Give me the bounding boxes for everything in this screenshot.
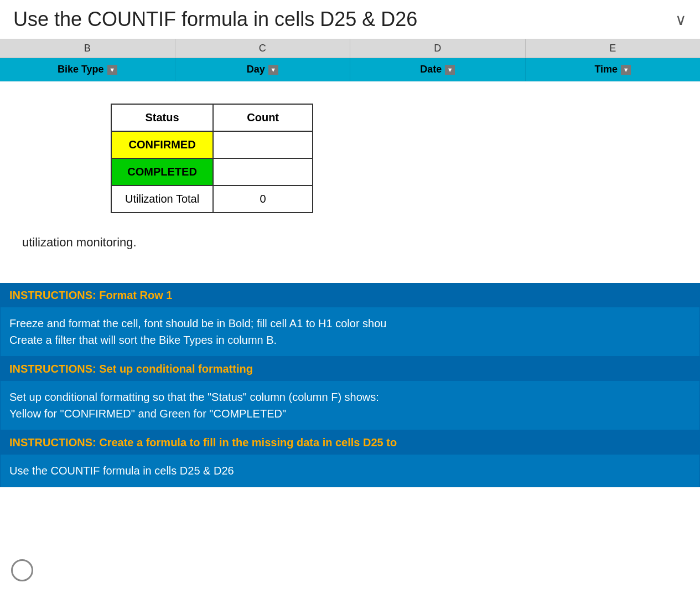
filter-cell-day: Day ▼ <box>175 58 351 81</box>
instruction-title-1: INSTRUCTIONS: Format Row 1 <box>1 283 699 307</box>
spreadsheet-col-headers: B C D E <box>0 39 700 58</box>
instruction-block-1: INSTRUCTIONS: Format Row 1 Freeze and fo… <box>0 283 700 357</box>
col-header-count: Count <box>213 104 313 131</box>
instruction-body-1: Freeze and format the cell, font should … <box>1 307 699 356</box>
instruction-body-3: Use the COUNTIF formula in cells D25 & D… <box>1 455 699 487</box>
filter-label-time: Time <box>594 64 618 75</box>
status-completed-cell: COMPLETED <box>111 158 213 185</box>
monitoring-text: utilization monitoring. <box>22 235 678 250</box>
dropdown-arrow-date[interactable]: ▼ <box>445 65 455 75</box>
page-title: Use the COUNTIF formula in cells D25 & D… <box>13 8 417 31</box>
utilization-count-cell: 0 <box>213 185 313 213</box>
col-header-e: E <box>526 39 701 58</box>
filter-cell-time: Time ▼ <box>526 58 701 81</box>
instruction-body-2: Set up conditional formatting so that th… <box>1 381 699 430</box>
count-confirmed-cell <box>213 131 313 158</box>
instruction-block-3: INSTRUCTIONS: Create a formula to fill i… <box>0 430 700 487</box>
status-confirmed-cell: CONFIRMED <box>111 131 213 158</box>
filter-cell-biketype: Bike Type ▼ <box>0 58 175 81</box>
col-header-b: B <box>0 39 175 58</box>
filter-label-date: Date <box>420 64 442 75</box>
dropdown-arrow-day[interactable]: ▼ <box>268 65 278 75</box>
filter-label-day: Day <box>247 64 265 75</box>
filter-label-biketype: Bike Type <box>58 64 104 75</box>
chevron-down-icon[interactable]: ∨ <box>675 11 687 29</box>
top-header: Use the COUNTIF formula in cells D25 & D… <box>0 0 700 39</box>
dropdown-arrow-time[interactable]: ▼ <box>621 65 631 75</box>
table-row-utilization: Utilization Total 0 <box>111 185 313 213</box>
dropdown-arrow-biketype[interactable]: ▼ <box>107 65 117 75</box>
col-header-c: C <box>175 39 351 58</box>
instruction-title-3: INSTRUCTIONS: Create a formula to fill i… <box>1 431 699 455</box>
summary-table: Status Count CONFIRMED COMPLETED Utiliza… <box>111 104 313 213</box>
count-completed-cell <box>213 158 313 185</box>
filter-row: Bike Type ▼ Day ▼ Date ▼ Time ▼ <box>0 58 700 81</box>
instruction-block-2: INSTRUCTIONS: Set up conditional formatt… <box>0 357 700 430</box>
utilization-label-cell: Utilization Total <box>111 185 213 213</box>
table-row-confirmed: CONFIRMED <box>111 131 313 158</box>
instruction-title-2: INSTRUCTIONS: Set up conditional formatt… <box>1 357 699 381</box>
instructions-section: INSTRUCTIONS: Format Row 1 Freeze and fo… <box>0 283 700 487</box>
main-content: Status Count CONFIRMED COMPLETED Utiliza… <box>0 81 700 266</box>
filter-cell-date: Date ▼ <box>350 58 526 81</box>
col-header-status: Status <box>111 104 213 131</box>
col-header-d: D <box>350 39 526 58</box>
table-row-completed: COMPLETED <box>111 158 313 185</box>
